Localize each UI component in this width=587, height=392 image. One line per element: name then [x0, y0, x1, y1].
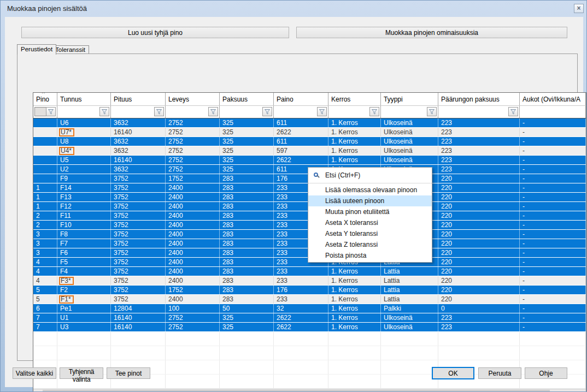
table-cell [33, 128, 57, 136]
context-menu-item[interactable]: Poista pinosta [308, 250, 432, 261]
column-header[interactable]: Paksuus [220, 93, 274, 105]
column-header[interactable]: Pituus [111, 93, 166, 105]
clear-selection-button[interactable]: Tyhjennä valinta [60, 367, 103, 379]
horizontal-scrollbar[interactable]: ◂ ▸ [33, 389, 586, 392]
filter-cell[interactable] [220, 106, 274, 118]
table-cell: 3632 [111, 146, 166, 155]
empty-grid-cell [520, 332, 586, 346]
scrollbar-thumb[interactable] [43, 390, 550, 392]
column-header[interactable]: Kerros [328, 93, 381, 105]
table-row[interactable]: 4F4375224002832331. KerrosLattia220- [33, 267, 586, 276]
cancel-button[interactable]: Peruuta [478, 367, 521, 379]
table-cell: Ulkoseinä [381, 313, 438, 322]
tab-perustiedot[interactable]: Perustiedot [17, 44, 56, 55]
table-row[interactable]: U7*16140275232526221. KerrosUlkoseinä223… [33, 128, 586, 137]
filter-funnel-button[interactable] [154, 107, 164, 116]
table-cell: F10 [57, 221, 111, 229]
table-cell: - [520, 128, 586, 136]
create-new-empty-stack-button[interactable]: Luo uusi tyhjä pino [21, 27, 289, 38]
column-header[interactable]: Paino [274, 93, 328, 105]
table-row[interactable]: 5F1*375224002832331. KerrosLattia220- [33, 295, 586, 304]
empty-grid-cell [274, 360, 328, 374]
scroll-right-arrow-icon[interactable]: ▸ [577, 389, 586, 392]
filter-funnel-button[interactable] [46, 107, 56, 116]
context-menu-item[interactable]: Aseta X toleranssi [308, 217, 432, 228]
table-cell: 283 [220, 202, 274, 211]
column-header-label: Päärungon paksuus [441, 96, 500, 103]
filter-cell[interactable] [328, 106, 381, 118]
context-menu-item[interactable]: Lisää uuteen pinoon [308, 195, 432, 206]
table-cell: 325 [220, 128, 274, 136]
column-header-label: Tunnus [60, 96, 82, 103]
grid-filter-row [33, 106, 586, 118]
filter-cell[interactable] [520, 106, 586, 118]
table-row[interactable]: U6363227523256111. KerrosUlkoseinä223- [33, 118, 586, 128]
edit-stack-properties-button[interactable]: Muokkaa pinojen ominaisuuksia [296, 27, 567, 38]
make-stacks-button[interactable]: Tee pinot [107, 367, 150, 379]
empty-grid-cell [328, 346, 381, 360]
table-cell: 3752 [111, 183, 166, 192]
table-cell: Lattia [381, 267, 438, 276]
filter-input-box[interactable] [34, 107, 46, 116]
filter-funnel-button[interactable] [427, 107, 437, 116]
filter-cell[interactable] [381, 106, 438, 118]
table-cell: 283 [220, 276, 274, 285]
table-cell: 3752 [111, 202, 166, 211]
filter-cell[interactable] [111, 106, 166, 118]
table-row[interactable]: U516140275232526221. KerrosUlkoseinä223- [33, 156, 586, 165]
table-cell: 1 [33, 183, 57, 192]
context-menu-item[interactable]: Muuta pinon etuliitettä [308, 206, 432, 217]
table-cell: Ulkoseinä [381, 156, 438, 164]
context-menu-item[interactable]: Lisää olemassa olevaan pinoon [308, 185, 432, 195]
table-cell [33, 137, 57, 146]
table-cell: 1. Kerros [328, 313, 381, 322]
table-row[interactable]: U8363227523256111. KerrosUlkoseinä223- [33, 137, 586, 146]
column-header[interactable]: Tunnus [57, 93, 111, 105]
table-cell: - [520, 258, 586, 266]
context-menu-item[interactable]: Aseta Y toleranssi [308, 228, 432, 239]
table-cell [33, 156, 57, 164]
close-button[interactable]: × [574, 4, 584, 13]
column-header[interactable]: Leveys [166, 93, 220, 105]
table-row[interactable]: 7U116140275232526221. KerrosUlkoseinä223… [33, 313, 586, 323]
column-header[interactable]: Päärungon paksuus [438, 93, 520, 105]
table-row[interactable]: 6Pe11280410050321. KerrosPalkki0- [33, 304, 586, 313]
filter-funnel-button[interactable] [317, 107, 327, 116]
table-row[interactable]: U4*363227523255971. KerrosUlkoseinä223- [33, 146, 586, 156]
table-cell: - [520, 313, 586, 322]
table-cell: 7 [33, 323, 57, 331]
select-all-button[interactable]: Valitse kaikki [13, 367, 56, 379]
table-row[interactable]: 7U316140275232526221. KerrosUlkoseinä223… [33, 323, 586, 332]
help-button[interactable]: Ohje [525, 367, 567, 379]
context-menu-item[interactable]: Aseta Z toleranssi [308, 239, 432, 250]
filter-cell[interactable] [438, 106, 520, 118]
table-cell: - [520, 267, 586, 276]
filter-cell[interactable] [33, 106, 57, 118]
filter-funnel-button[interactable] [262, 107, 272, 116]
column-header[interactable]: Aukot (Ovi/Ikkuna/A [520, 93, 586, 105]
tab-toleranssit[interactable]: Toleranssit [51, 45, 89, 54]
table-cell: 1752 [166, 174, 220, 183]
table-cell: Ulkoseinä [381, 146, 438, 155]
context-menu-item-search[interactable]: Etsi (Ctrl+F) [308, 169, 432, 182]
filter-funnel-button[interactable] [369, 107, 379, 116]
table-row[interactable]: 4F3*375224002832331. KerrosLattia220- [33, 276, 586, 286]
table-cell: - [520, 174, 586, 183]
filter-cell[interactable] [274, 106, 328, 118]
table-cell: - [520, 137, 586, 146]
filter-funnel-button[interactable] [508, 107, 518, 116]
column-header[interactable]: ^Pino [33, 93, 57, 105]
table-row[interactable]: 5F2375217522831761. KerrosLattia220- [33, 286, 586, 295]
column-header[interactable]: Tyyppi [381, 93, 438, 105]
filter-cell[interactable] [57, 106, 111, 118]
filter-cell[interactable] [166, 106, 220, 118]
dialog-window: Muokkaa pinojen sisältöä × Luo uusi tyhj… [0, 0, 587, 392]
funnel-icon [48, 109, 54, 115]
ok-button[interactable]: OK [432, 367, 474, 379]
table-cell: 3632 [111, 137, 166, 146]
filter-funnel-button[interactable] [208, 107, 218, 116]
table-cell: 220 [438, 230, 520, 239]
filter-funnel-button[interactable] [99, 107, 109, 116]
scroll-left-arrow-icon[interactable]: ◂ [33, 389, 43, 392]
table-cell: 1. Kerros [328, 276, 381, 285]
